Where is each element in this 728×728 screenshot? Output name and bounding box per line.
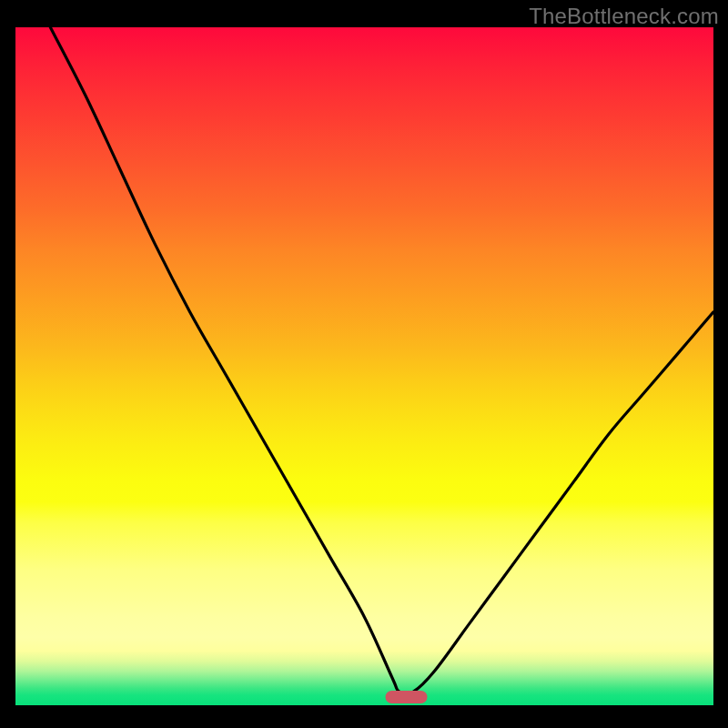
chart-frame: TheBottleneck.com <box>0 0 728 728</box>
chart-background <box>15 27 713 705</box>
watermark-text: TheBottleneck.com <box>529 4 719 29</box>
optimum-marker <box>386 691 428 703</box>
plot-area <box>15 27 713 705</box>
bottleneck-chart <box>15 27 713 705</box>
